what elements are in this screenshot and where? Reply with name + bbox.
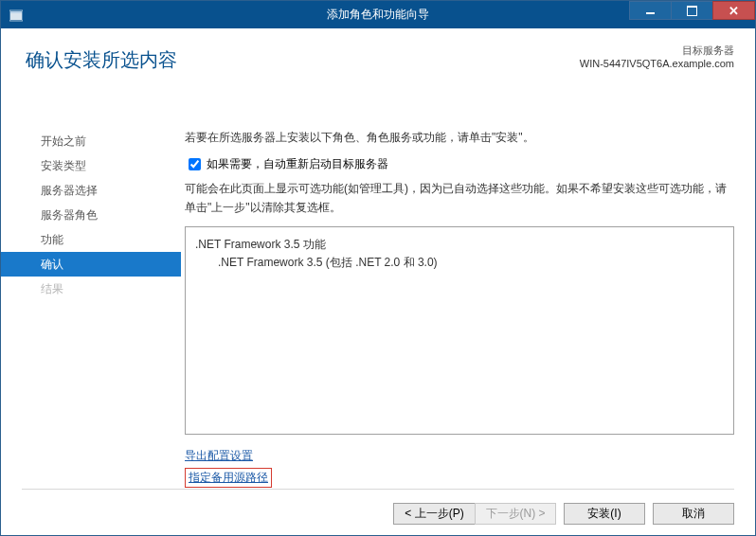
- titlebar: 添加角色和功能向导 ✕: [1, 1, 755, 28]
- wizard-window: 添加角色和功能向导 ✕ 确认安装所选内容 目标服务器 WIN-5447IV5QT…: [0, 0, 756, 536]
- sidebar-item-confirmation[interactable]: 确认: [1, 252, 181, 277]
- window-controls: ✕: [630, 1, 755, 20]
- wizard-sidebar: 开始之前 安装类型 服务器选择 服务器角色 功能 确认 结果: [1, 123, 181, 488]
- nav-button-group: < 上一步(P) 下一步(N) >: [393, 503, 556, 525]
- sidebar-item-installation-type[interactable]: 安装类型: [1, 153, 181, 178]
- feature-item: .NET Framework 3.5 功能: [195, 237, 724, 253]
- install-button[interactable]: 安装(I): [564, 503, 645, 525]
- content-row: 开始之前 安装类型 服务器选择 服务器角色 功能 确认 结果 若要在所选服务器上…: [1, 123, 755, 488]
- footer-separator: [22, 489, 734, 490]
- previous-button[interactable]: < 上一步(P): [393, 503, 475, 525]
- target-server-info: 目标服务器 WIN-5447IV5QT6A.example.com: [580, 44, 734, 69]
- window-title: 添加角色和功能向导: [327, 7, 429, 23]
- header-area: 确认安装所选内容 目标服务器 WIN-5447IV5QT6A.example.c…: [1, 28, 755, 97]
- specify-alternate-source-link[interactable]: 指定备用源路径: [185, 468, 272, 488]
- export-config-link[interactable]: 导出配置设置: [185, 448, 253, 464]
- optional-features-note: 可能会在此页面上显示可选功能(如管理工具)，因为已自动选择这些功能。如果不希望安…: [185, 179, 734, 217]
- links-area: 导出配置设置 指定备用源路径: [185, 448, 734, 491]
- next-button: 下一步(N) >: [475, 503, 556, 525]
- svg-rect-1: [10, 11, 22, 13]
- instruction-text: 若要在所选服务器上安装以下角色、角色服务或功能，请单击"安装"。: [185, 129, 734, 146]
- minimize-button[interactable]: [629, 1, 672, 20]
- sidebar-item-features[interactable]: 功能: [1, 227, 181, 252]
- wizard-body: 确认安装所选内容 目标服务器 WIN-5447IV5QT6A.example.c…: [1, 28, 755, 535]
- sidebar-item-server-selection[interactable]: 服务器选择: [1, 178, 181, 203]
- sidebar-item-before-you-begin[interactable]: 开始之前: [1, 129, 181, 153]
- target-server-name: WIN-5447IV5QT6A.example.com: [580, 58, 734, 69]
- app-icon: [9, 8, 24, 23]
- selected-features-list[interactable]: .NET Framework 3.5 功能 .NET Framework 3.5…: [185, 226, 734, 435]
- feature-item: .NET Framework 3.5 (包括 .NET 2.0 和 3.0): [218, 255, 724, 271]
- auto-restart-checkbox[interactable]: [189, 158, 201, 170]
- main-panel: 若要在所选服务器上安装以下角色、角色服务或功能，请单击"安装"。 如果需要，自动…: [181, 123, 755, 488]
- auto-restart-label: 如果需要，自动重新启动目标服务器: [207, 156, 388, 172]
- auto-restart-row[interactable]: 如果需要，自动重新启动目标服务器: [185, 155, 734, 173]
- maximize-button[interactable]: [671, 1, 713, 20]
- sidebar-item-results: 结果: [1, 277, 181, 301]
- sidebar-item-server-roles[interactable]: 服务器角色: [1, 203, 181, 227]
- target-server-label: 目标服务器: [580, 44, 734, 58]
- cancel-button[interactable]: 取消: [653, 503, 734, 525]
- close-button[interactable]: ✕: [712, 1, 755, 20]
- wizard-footer: < 上一步(P) 下一步(N) > 安装(I) 取消: [1, 491, 755, 535]
